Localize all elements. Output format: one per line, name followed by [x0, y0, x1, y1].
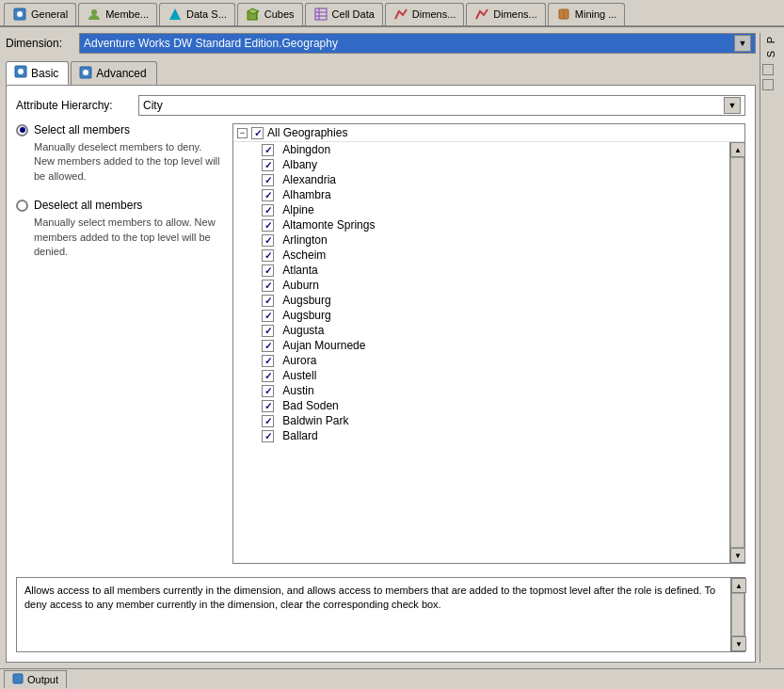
output-tab[interactable]: Output [4, 670, 67, 688]
main-container: General Membe... Data S... Cubes Cell Da… [0, 0, 784, 689]
tree-item[interactable]: Albany [233, 157, 729, 172]
tab-cubes[interactable]: Cubes [237, 3, 303, 25]
tree-item-label: Ballard [282, 429, 317, 442]
radio-select-all-label: Select all members [34, 123, 130, 136]
tree-item[interactable]: Arlington [233, 232, 729, 248]
tree-item[interactable]: Abingdon [233, 142, 729, 157]
output-icon [12, 673, 24, 686]
tree-scroll-up[interactable]: ▲ [730, 142, 744, 157]
tab-dimens1[interactable]: Dimens... [385, 3, 464, 25]
tree-item-label: Alhambra [282, 188, 330, 201]
desc-scroll-up[interactable]: ▲ [731, 578, 746, 593]
tree-item-checkbox[interactable] [262, 370, 274, 382]
tree-root-header: − All Geographies [233, 124, 744, 142]
tree-item-label: Albany [282, 158, 317, 171]
right-label-p[interactable]: P [760, 33, 778, 47]
tab-datas[interactable]: Data S... [159, 3, 235, 25]
tree-item[interactable]: Ascheim [233, 248, 729, 263]
radio-option-select-all: Select all members Manually deselect mem… [16, 123, 223, 184]
svg-rect-17 [13, 674, 23, 683]
tree-item[interactable]: Augusta [233, 323, 729, 338]
tree-item-checkbox[interactable] [262, 174, 274, 186]
tree-item-checkbox[interactable] [262, 415, 274, 427]
tab-general[interactable]: General [4, 3, 76, 25]
tree-item-checkbox[interactable] [262, 325, 274, 337]
tree-item[interactable]: Baldwin Park [233, 413, 729, 428]
radio-deselect-all-row[interactable]: Deselect all members [16, 199, 223, 212]
tree-item-checkbox[interactable] [262, 249, 274, 262]
tree-item-checkbox[interactable] [262, 144, 274, 156]
tree-item-checkbox[interactable] [262, 219, 274, 232]
tree-item[interactable]: Bad Soden [233, 398, 729, 413]
tree-item-checkbox[interactable] [262, 340, 274, 352]
dimens2-icon [474, 7, 489, 22]
tree-item[interactable]: Auburn [233, 278, 729, 293]
tree-item[interactable]: Augsburg [233, 293, 729, 308]
tree-item-label: Augsburg [282, 294, 330, 307]
right-btn-1[interactable] [762, 64, 774, 75]
tab-mining-label: Mining ... [575, 8, 617, 20]
right-btn-2[interactable] [762, 79, 774, 90]
svg-marker-3 [169, 8, 181, 20]
members-icon [87, 7, 102, 22]
tab-dimens2[interactable]: Dimens... [466, 3, 545, 25]
tree-item[interactable]: Alexandria [233, 172, 729, 187]
basic-icon [14, 65, 27, 81]
dimension-row: Dimension: Adventure Works DW Standard E… [6, 33, 756, 54]
attr-hierarchy-dropdown[interactable]: City ▼ [138, 95, 745, 116]
tree-item-checkbox[interactable] [262, 355, 274, 367]
tree-item-checkbox[interactable] [262, 159, 274, 171]
tree-item[interactable]: Alhambra [233, 187, 729, 202]
tree-item[interactable]: Aurora [233, 353, 729, 368]
tree-collapse-btn[interactable]: − [237, 128, 248, 138]
tab-datas-label: Data S... [186, 8, 227, 20]
tree-item[interactable]: Atlanta [233, 263, 729, 278]
desc-scroll-track[interactable] [731, 593, 744, 636]
tree-item[interactable]: Austin [233, 383, 729, 398]
tab-cubes-label: Cubes [264, 8, 295, 20]
attr-hierarchy-arrow[interactable]: ▼ [724, 97, 741, 114]
radio-select-all-btn[interactable] [16, 124, 28, 136]
tree-root-checkbox[interactable] [251, 127, 264, 139]
attr-hierarchy-label: Attribute Hierarchy: [16, 99, 129, 112]
right-label-s[interactable]: S [760, 47, 778, 61]
radio-select-all-row[interactable]: Select all members [16, 123, 223, 136]
tab-advanced[interactable]: Advanced [71, 61, 156, 85]
tree-scroll-down[interactable]: ▼ [730, 548, 744, 563]
tree-item-checkbox[interactable] [262, 430, 274, 442]
tree-item[interactable]: Aujan Mournede [233, 338, 729, 353]
dimension-dropdown-arrow[interactable]: ▼ [734, 35, 751, 52]
tree-scroll-track[interactable] [730, 157, 744, 548]
tree-item[interactable]: Altamonte Springs [233, 217, 729, 232]
tab-basic[interactable]: Basic [6, 61, 69, 85]
dimension-dropdown[interactable]: Adventure Works DW Standard Edition.Geog… [79, 33, 756, 54]
radio-deselect-all-btn[interactable] [16, 200, 28, 212]
tree-item-checkbox[interactable] [262, 204, 274, 216]
datas-icon [168, 7, 183, 22]
tab-mining[interactable]: Mining ... [548, 3, 626, 25]
tree-item-checkbox[interactable] [262, 234, 274, 247]
tab-celldata[interactable]: Cell Data [305, 3, 383, 25]
desc-scroll-down[interactable]: ▼ [731, 636, 746, 651]
tree-item-checkbox[interactable] [262, 400, 274, 412]
tab-members[interactable]: Membe... [78, 3, 157, 25]
options-panel: Select all members Manually deselect mem… [16, 123, 223, 564]
tree-item-checkbox[interactable] [262, 385, 274, 397]
tree-item[interactable]: Alpine [233, 202, 729, 217]
tree-item[interactable]: Ballard [233, 428, 729, 443]
tree-item-checkbox[interactable] [262, 264, 274, 277]
tab-advanced-label: Advanced [96, 67, 146, 80]
tree-item-checkbox[interactable] [262, 310, 274, 322]
svg-point-2 [91, 9, 97, 15]
tree-item-label: Aujan Mournede [282, 339, 365, 352]
tree-item-checkbox[interactable] [262, 280, 274, 292]
tree-item-label: Alexandria [282, 173, 336, 186]
tree-item-checkbox[interactable] [262, 189, 274, 201]
radio-deselect-all-desc: Manually select members to allow. New me… [16, 216, 223, 259]
radio-deselect-all-label: Deselect all members [34, 199, 142, 212]
tree-item[interactable]: Austell [233, 368, 729, 383]
tab-general-label: General [31, 8, 68, 20]
tree-item-label: Augsburg [282, 309, 330, 322]
tree-item-checkbox[interactable] [262, 295, 274, 307]
tree-item[interactable]: Augsburg [233, 308, 729, 323]
